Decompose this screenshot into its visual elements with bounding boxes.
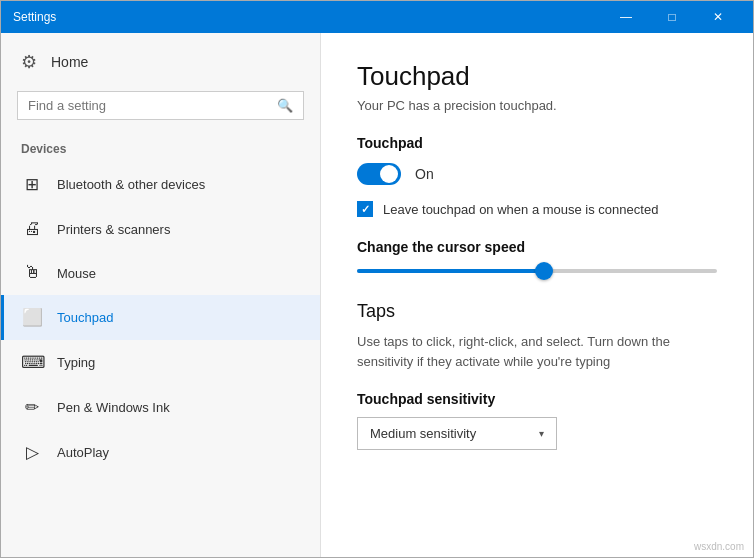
settings-window: Settings — □ ✕ ⚙ Home 🔍 Devices ⊞ Blueto…	[0, 0, 754, 558]
sidebar-item-label: Printers & scanners	[57, 222, 170, 237]
pen-icon: ✏	[21, 397, 43, 418]
titlebar-controls: — □ ✕	[603, 1, 741, 33]
slider-fill	[357, 269, 544, 273]
sidebar: ⚙ Home 🔍 Devices ⊞ Bluetooth & other dev…	[1, 33, 321, 557]
cursor-speed-label: Change the cursor speed	[357, 239, 717, 255]
mouse-icon: 🖱	[21, 263, 43, 283]
content-area: ⚙ Home 🔍 Devices ⊞ Bluetooth & other dev…	[1, 33, 753, 557]
touchpad-icon: ⬜	[21, 307, 43, 328]
taps-description: Use taps to click, right-click, and sele…	[357, 332, 717, 371]
sidebar-item-label: Pen & Windows Ink	[57, 400, 170, 415]
sidebar-item-label: Typing	[57, 355, 95, 370]
slider-track	[357, 269, 717, 273]
taps-section-title: Taps	[357, 301, 717, 322]
sensitivity-dropdown[interactable]: Medium sensitivity ▾	[357, 417, 557, 450]
dropdown-arrow-icon: ▾	[539, 428, 544, 439]
sidebar-item-mouse[interactable]: 🖱 Mouse	[1, 251, 320, 295]
sidebar-item-label: Touchpad	[57, 310, 113, 325]
touchpad-toggle-row: On	[357, 163, 717, 185]
sidebar-home-label: Home	[51, 54, 88, 70]
mouse-connected-checkbox[interactable]: ✓	[357, 201, 373, 217]
sidebar-item-label: AutoPlay	[57, 445, 109, 460]
search-box[interactable]: 🔍	[17, 91, 304, 120]
checkmark-icon: ✓	[361, 203, 370, 216]
bluetooth-icon: ⊞	[21, 174, 43, 195]
mouse-connected-checkbox-row: ✓ Leave touchpad on when a mouse is conn…	[357, 201, 717, 217]
slider-thumb[interactable]	[535, 262, 553, 280]
search-icon: 🔍	[277, 98, 293, 113]
touchpad-section-label: Touchpad	[357, 135, 717, 151]
watermark: wsxdn.com	[694, 541, 744, 552]
sidebar-item-autoplay[interactable]: ▷ AutoPlay	[1, 430, 320, 475]
search-input[interactable]	[28, 98, 269, 113]
sensitivity-label: Touchpad sensitivity	[357, 391, 717, 407]
sidebar-item-typing[interactable]: ⌨ Typing	[1, 340, 320, 385]
sidebar-item-touchpad[interactable]: ⬜ Touchpad	[1, 295, 320, 340]
cursor-speed-slider-container[interactable]	[357, 269, 717, 273]
sidebar-item-label: Mouse	[57, 266, 96, 281]
mouse-connected-label: Leave touchpad on when a mouse is connec…	[383, 202, 658, 217]
touchpad-toggle[interactable]	[357, 163, 401, 185]
typing-icon: ⌨	[21, 352, 43, 373]
page-title: Touchpad	[357, 61, 717, 92]
main-content: Touchpad Your PC has a precision touchpa…	[321, 33, 753, 557]
page-subtitle: Your PC has a precision touchpad.	[357, 98, 717, 113]
sidebar-item-bluetooth[interactable]: ⊞ Bluetooth & other devices	[1, 162, 320, 207]
toggle-state-label: On	[415, 166, 434, 182]
autoplay-icon: ▷	[21, 442, 43, 463]
printer-icon: 🖨	[21, 219, 43, 239]
home-icon: ⚙	[21, 51, 37, 73]
minimize-button[interactable]: —	[603, 1, 649, 33]
sidebar-item-pen[interactable]: ✏ Pen & Windows Ink	[1, 385, 320, 430]
sidebar-item-printers[interactable]: 🖨 Printers & scanners	[1, 207, 320, 251]
close-button[interactable]: ✕	[695, 1, 741, 33]
maximize-button[interactable]: □	[649, 1, 695, 33]
titlebar: Settings — □ ✕	[1, 1, 753, 33]
sidebar-item-label: Bluetooth & other devices	[57, 177, 205, 192]
sidebar-item-home[interactable]: ⚙ Home	[1, 33, 320, 91]
titlebar-title: Settings	[13, 10, 603, 24]
sensitivity-value: Medium sensitivity	[370, 426, 476, 441]
sidebar-section-devices: Devices	[1, 132, 320, 162]
